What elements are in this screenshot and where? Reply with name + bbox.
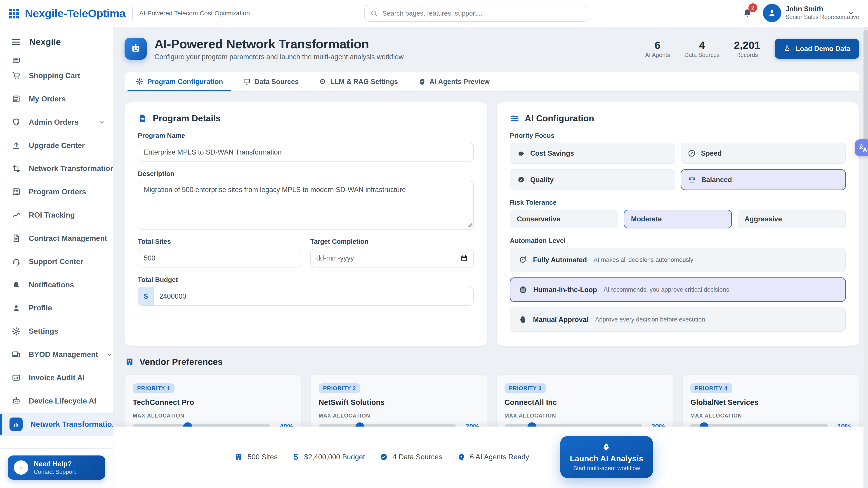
page-subtitle: Configure your program parameters and la… xyxy=(154,53,403,61)
priority-focus-label: Priority Focus xyxy=(510,132,846,139)
search-input[interactable]: Search pages, features, support... xyxy=(364,5,588,22)
launch-ai-analysis-button[interactable]: Launch AI Analysis Start multi-agent wor… xyxy=(560,436,653,478)
program-name-input[interactable]: Enterprise MPLS to SD-WAN Transformation xyxy=(138,143,474,162)
option-desc: AI recommends, you approve critical deci… xyxy=(603,286,729,293)
sidebar-item-invoice-audit-ai[interactable]: Invoice Audit AI xyxy=(0,366,113,390)
upload-icon xyxy=(11,141,21,150)
total-sites-value: 500 xyxy=(144,254,155,262)
description-value: Migration of 500 enterprise sites from l… xyxy=(144,186,406,193)
sidebar-item-program-orders[interactable]: Program Orders xyxy=(0,180,113,203)
translate-button[interactable] xyxy=(855,139,868,156)
bottom-stat-label: 500 Sites xyxy=(248,453,278,461)
bottom-stat-2: 4 Data Sources xyxy=(379,453,442,461)
allocation-label: MAX ALLOCATION xyxy=(133,413,293,419)
sidebar-item-admin-orders[interactable]: Admin Orders xyxy=(0,110,113,134)
sidebar-item-upgrade-center[interactable]: Upgrade Center xyxy=(0,134,113,157)
calendar-icon[interactable] xyxy=(460,254,468,262)
tab-label: Data Sources xyxy=(254,78,299,86)
agenthead-icon xyxy=(457,453,465,461)
sidebar-item-network-transformatio[interactable]: Network Transformatio... xyxy=(0,413,113,436)
device-icon xyxy=(11,396,21,406)
priority-badge: PRIORITY 4 xyxy=(690,383,732,393)
header-stat-ai-agents: 6AI Agents xyxy=(645,39,670,58)
avatar[interactable] xyxy=(763,4,781,22)
sidebar-item-roi-tracking[interactable]: ROI Tracking xyxy=(0,203,113,227)
scale-icon xyxy=(688,175,696,184)
tab-ai-agents-preview[interactable]: AI Agents Preview xyxy=(408,72,500,91)
sidebar-item-label: Contract Management xyxy=(29,234,107,242)
description-textarea[interactable]: Migration of 500 enterprise sites from l… xyxy=(138,181,474,230)
rocket-icon xyxy=(601,442,612,452)
priority-badge: PRIORITY 3 xyxy=(504,383,546,393)
risk-tolerance-label: Risk Tolerance xyxy=(510,199,846,206)
automation-option-fully-automated[interactable]: Fully AutomatedAI makes all decisions au… xyxy=(510,248,846,272)
total-budget-value: 2400000 xyxy=(159,292,186,300)
sidebar-item-label: BYOD Management xyxy=(29,350,98,359)
barchart-icon xyxy=(9,418,23,431)
tab-label: Program Configuration xyxy=(147,78,223,86)
sidebar-item-shopping-cart[interactable]: Shopping Cart xyxy=(0,64,113,88)
risk-option-conservative[interactable]: Conservative xyxy=(510,210,618,228)
sidebar-item-notifications[interactable]: Notifications xyxy=(0,273,113,296)
monitor-icon xyxy=(243,78,251,86)
sidebar-item-support-center[interactable]: Support Center xyxy=(0,250,113,273)
contract-icon xyxy=(11,234,21,243)
sidebar-item-byod-management[interactable]: BYOD Management xyxy=(0,343,113,366)
risk-option-moderate[interactable]: Moderate xyxy=(624,210,732,228)
scrollbar-thumb[interactable] xyxy=(864,30,868,154)
hamburger-menu-icon[interactable] xyxy=(11,37,21,47)
automation-option-human-in-the-loop[interactable]: Human-in-the-LoopAI recommends, you appr… xyxy=(510,278,846,302)
sidebar-item-label: Invoice Audit AI xyxy=(29,373,85,382)
sidebar-item-contract-management[interactable]: Contract Management xyxy=(0,227,113,250)
tab-data-sources[interactable]: Data Sources xyxy=(233,72,309,91)
dollar-icon: $ xyxy=(292,452,300,462)
load-demo-data-button[interactable]: Load Demo Data xyxy=(775,39,859,59)
priority-option-balanced[interactable]: Balanced xyxy=(681,169,846,190)
person-icon xyxy=(11,303,21,313)
vendor-name: TechConnect Pro xyxy=(133,398,293,407)
total-sites-input[interactable]: 500 xyxy=(138,249,302,267)
need-help-button[interactable]: Need Help? Contact Support xyxy=(8,455,105,480)
speed-icon xyxy=(688,149,696,158)
sidebar-item-settings[interactable]: Settings xyxy=(0,320,113,343)
gear-icon xyxy=(135,78,143,86)
chevron-down-icon[interactable] xyxy=(847,9,855,17)
sidebar-item-label: ROI Tracking xyxy=(29,211,75,219)
scrollbar[interactable] xyxy=(864,27,868,488)
main-content: AI-Powered Network Transformation Config… xyxy=(114,27,868,488)
target-completion-date-input[interactable]: dd-mm-yyyy xyxy=(310,249,474,267)
stat-label: AI Agents xyxy=(645,52,670,58)
bottom-stat-label: 4 Data Sources xyxy=(393,453,442,461)
orders-icon xyxy=(11,94,21,104)
priority-option-speed[interactable]: Speed xyxy=(681,143,846,164)
sidebar-item-profile[interactable]: Profile xyxy=(0,296,113,320)
sidebar-nav: Shopping CartMy OrdersAdmin OrdersUpgrad… xyxy=(0,58,113,448)
shield-icon xyxy=(11,118,21,127)
automation-option-manual-approval[interactable]: Manual ApprovalApprove every decision be… xyxy=(510,307,846,332)
program-name-value: Enterprise MPLS to SD-WAN Transformation xyxy=(144,148,282,156)
divider xyxy=(132,7,132,20)
sidebar-title: Nexgile xyxy=(29,37,61,47)
priority-option-cost-savings[interactable]: Cost Savings xyxy=(510,143,675,164)
tab-llm-rag-settings[interactable]: LLM & RAG Settings xyxy=(309,72,408,91)
user-name: John Smith xyxy=(785,5,823,13)
cloudcheck-icon xyxy=(379,453,388,461)
tab-program-configuration[interactable]: Program Configuration xyxy=(126,72,233,91)
total-budget-input[interactable]: 2400000 xyxy=(153,287,474,306)
priority-badge: PRIORITY 1 xyxy=(133,383,174,393)
priority-badge: PRIORITY 2 xyxy=(319,383,360,393)
currency-prefix: $ xyxy=(138,287,153,306)
card-title: AI Configuration xyxy=(525,113,594,123)
risk-option-aggressive[interactable]: Aggressive xyxy=(738,210,846,228)
sidebar-item-my-orders[interactable]: My Orders xyxy=(0,87,113,110)
priority-option-quality[interactable]: Quality xyxy=(510,169,675,190)
sidebar-item-partial[interactable] xyxy=(0,58,113,64)
flask-icon xyxy=(783,45,791,53)
sidebar-item-network-transformation[interactable]: Network Transformation xyxy=(0,157,113,180)
info-icon xyxy=(14,460,28,475)
chevdown-icon xyxy=(106,351,113,358)
allocation-label: MAX ALLOCATION xyxy=(690,413,851,419)
sidebar-item-label: Device Lifecycle AI xyxy=(29,397,96,405)
sidebar-item-device-lifecycle-ai[interactable]: Device Lifecycle AI xyxy=(0,389,113,413)
vendor-name: GlobalNet Services xyxy=(690,398,851,407)
